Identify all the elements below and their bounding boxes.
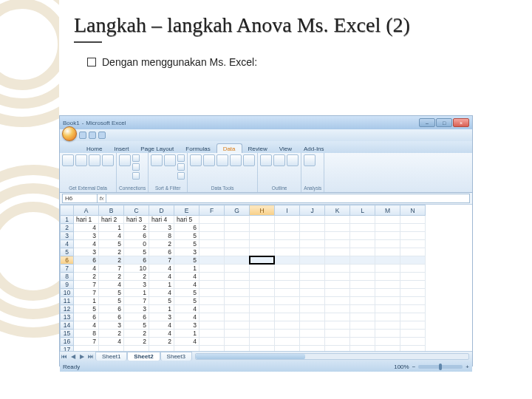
cell[interactable] xyxy=(200,281,225,289)
cell[interactable]: 4 xyxy=(99,232,124,240)
ribbon-cmd-icon[interactable] xyxy=(75,154,87,166)
cell[interactable] xyxy=(400,321,426,330)
cell[interactable] xyxy=(350,224,375,232)
ribbon-tab-insert[interactable]: Insert xyxy=(108,144,134,153)
cell[interactable] xyxy=(275,240,300,248)
cell[interactable]: 4 xyxy=(174,313,200,321)
cell[interactable]: 5 xyxy=(124,321,149,330)
cell[interactable] xyxy=(200,346,225,352)
cell[interactable] xyxy=(350,289,375,297)
cell[interactable] xyxy=(250,297,275,305)
cell[interactable] xyxy=(325,289,350,297)
cell[interactable]: 8 xyxy=(74,330,99,338)
ribbon-cmd-icon[interactable] xyxy=(119,154,131,166)
cell[interactable] xyxy=(350,240,375,248)
column-header[interactable]: K xyxy=(325,205,350,216)
cell[interactable] xyxy=(350,305,375,313)
cell[interactable] xyxy=(225,273,250,281)
cell[interactable] xyxy=(325,273,350,281)
cell[interactable]: hari 1 xyxy=(74,216,99,224)
cell[interactable]: 5 xyxy=(149,297,174,305)
cell[interactable] xyxy=(275,297,300,305)
cell[interactable] xyxy=(275,256,300,265)
cell[interactable]: 3 xyxy=(149,224,174,232)
cell[interactable] xyxy=(275,338,300,346)
cell[interactable] xyxy=(300,321,325,330)
cell[interactable] xyxy=(225,305,250,313)
ribbon-cmd-icon[interactable] xyxy=(132,154,140,162)
row-header[interactable]: 1 xyxy=(61,216,74,224)
cell[interactable] xyxy=(225,338,250,346)
cell[interactable]: 1 xyxy=(99,224,124,232)
sheet-tab[interactable]: Sheet2 xyxy=(127,352,160,361)
cell[interactable] xyxy=(225,297,250,305)
zoom-thumb[interactable] xyxy=(439,364,442,370)
cell[interactable] xyxy=(400,330,426,338)
ribbon-cmd-icon[interactable] xyxy=(132,172,140,180)
cell[interactable] xyxy=(400,216,426,224)
row-header[interactable]: 2 xyxy=(61,224,74,232)
cell[interactable] xyxy=(350,321,375,330)
cell[interactable] xyxy=(250,224,275,232)
cell[interactable] xyxy=(275,224,300,232)
row-header[interactable]: 6 xyxy=(61,256,74,265)
row-header[interactable]: 7 xyxy=(61,265,74,273)
zoom-in-icon[interactable]: + xyxy=(466,364,469,370)
cell[interactable]: 6 xyxy=(99,313,124,321)
cell[interactable] xyxy=(200,240,225,248)
cell[interactable] xyxy=(325,265,350,273)
cell[interactable] xyxy=(300,289,325,297)
cell[interactable] xyxy=(325,305,350,313)
cell[interactable] xyxy=(375,330,400,338)
cell[interactable] xyxy=(300,305,325,313)
cell[interactable]: 7 xyxy=(99,265,124,273)
cell[interactable] xyxy=(325,232,350,240)
cell[interactable] xyxy=(400,338,426,346)
cell[interactable] xyxy=(325,224,350,232)
cell[interactable]: 5 xyxy=(174,289,200,297)
cell[interactable] xyxy=(300,240,325,248)
cell[interactable] xyxy=(250,321,275,330)
cell[interactable] xyxy=(275,346,300,352)
cell[interactable] xyxy=(400,273,426,281)
cell[interactable]: 7 xyxy=(124,297,149,305)
cell[interactable] xyxy=(300,224,325,232)
ribbon-cmd-icon[interactable] xyxy=(190,154,202,166)
cell[interactable] xyxy=(325,330,350,338)
cell[interactable] xyxy=(250,305,275,313)
cell[interactable] xyxy=(225,321,250,330)
cell[interactable]: 4 xyxy=(174,305,200,313)
cell[interactable] xyxy=(375,313,400,321)
cell[interactable] xyxy=(350,313,375,321)
cell[interactable]: 4 xyxy=(149,273,174,281)
ribbon-tab-formulas[interactable]: Formulas xyxy=(180,144,216,153)
cell[interactable] xyxy=(200,256,225,265)
cell[interactable] xyxy=(225,330,250,338)
office-button[interactable] xyxy=(62,126,77,141)
cell[interactable] xyxy=(325,216,350,224)
cell[interactable] xyxy=(400,281,426,289)
cell[interactable]: 5 xyxy=(124,248,149,256)
cell[interactable]: 3 xyxy=(74,248,99,256)
cell[interactable]: 1 xyxy=(74,297,99,305)
row-header[interactable]: 12 xyxy=(61,305,74,313)
cell[interactable]: 2 xyxy=(99,273,124,281)
cell[interactable] xyxy=(325,240,350,248)
cell[interactable]: 0 xyxy=(124,240,149,248)
cell[interactable] xyxy=(300,281,325,289)
cell[interactable]: 4 xyxy=(74,240,99,248)
ribbon-cmd-icon[interactable] xyxy=(151,154,163,166)
cell[interactable] xyxy=(375,338,400,346)
cell[interactable] xyxy=(200,330,225,338)
cell[interactable]: 1 xyxy=(149,305,174,313)
cell[interactable] xyxy=(375,289,400,297)
cell[interactable] xyxy=(200,265,225,273)
cell[interactable]: 6 xyxy=(74,313,99,321)
cell[interactable] xyxy=(400,265,426,273)
cell[interactable] xyxy=(300,248,325,256)
cell[interactable] xyxy=(250,256,275,265)
cell[interactable] xyxy=(300,265,325,273)
cell[interactable]: 6 xyxy=(124,256,149,265)
cell[interactable] xyxy=(375,240,400,248)
cell[interactable]: 4 xyxy=(174,281,200,289)
